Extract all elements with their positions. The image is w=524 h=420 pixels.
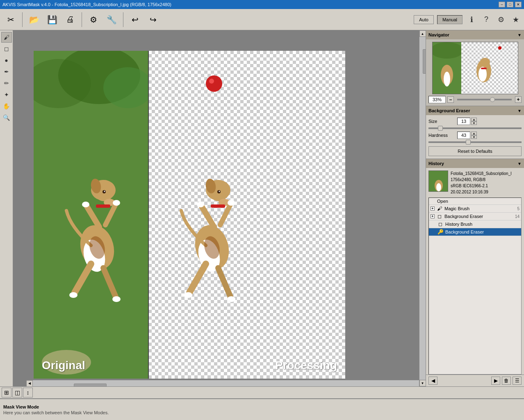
hardness-slider-thumb[interactable] — [466, 140, 471, 145]
svg-point-12 — [104, 191, 105, 192]
size-up-button[interactable]: ▲ — [471, 118, 477, 121]
print-button[interactable]: 🖨 — [62, 11, 78, 28]
history-magic-brush-item[interactable]: + 🖌 Magic Brush 5 — [429, 205, 521, 213]
tool-drop-button[interactable]: ● — [1, 55, 12, 66]
processing-image: Processing — [148, 51, 345, 379]
titlebar-controls: – □ ✕ — [499, 2, 522, 7]
toolbar-sep-3 — [123, 12, 123, 27]
preferences-button[interactable]: ⚙ — [495, 14, 507, 25]
bg-eraser-section: Background Eraser ▼ Size 13 ▲ ▼ — [426, 106, 524, 159]
size-spinner: ▲ ▼ — [471, 118, 477, 125]
tool-zoom-button[interactable]: 🔍 — [1, 112, 12, 123]
vertical-scrollbar[interactable]: ▲ ▼ — [419, 30, 426, 386]
svg-line-41 — [189, 264, 206, 293]
tool-brush-button[interactable]: 🖌 — [1, 32, 12, 43]
scissors-icon: ✂ — [7, 15, 14, 25]
history-arrow: ▼ — [517, 161, 522, 166]
save-button[interactable]: 💾 — [44, 11, 60, 28]
tool-pen-button[interactable]: ✏ — [1, 78, 12, 89]
navigator-zoom-out-button[interactable]: – — [447, 96, 454, 103]
original-dog-svg — [34, 51, 148, 379]
undo-button[interactable]: ↩ — [127, 11, 143, 28]
history-open-item[interactable]: Open — [429, 198, 521, 205]
mode-icon-3[interactable]: ↕ — [23, 388, 33, 397]
scissors-button[interactable]: ✂ — [2, 11, 19, 28]
magic-brush-toggle[interactable]: + — [431, 207, 435, 211]
history-info: Fotolia_15268418_Subscription_l 1756x248… — [451, 170, 511, 195]
history-thumbnail — [428, 170, 448, 192]
history-fileinfo2: sRGB IEC61966-2.1 — [451, 183, 511, 189]
auto-mode-button[interactable]: Auto — [414, 15, 434, 24]
minimize-button[interactable]: – — [499, 2, 505, 7]
toolbar-right: Auto Manual ℹ ? ⚙ ★ — [414, 14, 522, 25]
history-bg-eraser-item[interactable]: + ◻ Background Eraser 14 — [429, 213, 521, 220]
h-scroll-thumb[interactable] — [74, 384, 107, 387]
tool-move-button[interactable]: ✋ — [1, 101, 12, 111]
reset-defaults-button[interactable]: Reset to Defaults — [428, 146, 522, 156]
tool-magic-button[interactable]: ✦ — [1, 89, 12, 100]
horizontal-scrollbar[interactable]: ◀ ▶ — [26, 380, 426, 386]
history-history-brush-item[interactable]: ◻ History Brush — [429, 220, 521, 228]
size-label: Size — [428, 119, 457, 124]
canvas-area[interactable]: Original — [13, 30, 426, 386]
bottom-mode-bar: ⊞ ◫ ↕ — [0, 386, 524, 399]
v-scroll-thumb[interactable] — [423, 49, 426, 74]
navigator-zoom-in-button[interactable]: + — [515, 96, 522, 103]
bg-eraser-toggle[interactable]: + — [431, 214, 435, 218]
nav-zoom-row: 33% – + — [428, 96, 522, 103]
settings2-button[interactable]: 🔧 — [103, 11, 120, 28]
svg-point-17 — [82, 202, 89, 207]
print-icon: 🖨 — [66, 15, 74, 24]
size-slider-track[interactable] — [428, 127, 522, 129]
open-button[interactable]: 📂 — [26, 11, 42, 28]
navigator-zoom-thumb[interactable] — [490, 97, 495, 102]
scroll-up-arrow[interactable]: ▲ — [419, 30, 426, 37]
history-play-button[interactable]: ▶ — [491, 377, 500, 385]
hardness-up-button[interactable]: ▲ — [471, 132, 477, 135]
navigator-header[interactable]: Navigator ▼ — [426, 30, 524, 39]
canvas-divider[interactable] — [148, 51, 149, 379]
history-section: History ▼ Fotolia_15268418_Subscription_… — [426, 159, 524, 386]
manual-mode-button[interactable]: Manual — [437, 15, 462, 24]
scroll-left-arrow[interactable]: ◀ — [26, 380, 33, 387]
tool-eraser-button[interactable]: ◻ — [1, 43, 12, 54]
hardness-down-button[interactable]: ▼ — [471, 135, 477, 139]
help-button[interactable]: ? — [481, 14, 492, 25]
hardness-slider-row — [428, 141, 522, 143]
bg-eraser2-icon: 🔑 — [437, 229, 444, 235]
svg-rect-36 — [211, 204, 225, 208]
svg-point-47 — [433, 42, 461, 59]
history-filedate: 20.02.2012 10:16:39 — [451, 189, 511, 195]
tool-eyedropper-button[interactable]: ✒ — [1, 66, 12, 77]
mode-icon-2[interactable]: ◫ — [12, 388, 22, 397]
size-down-button[interactable]: ▼ — [471, 121, 477, 125]
size-value[interactable]: 13 — [457, 118, 470, 125]
maximize-button[interactable]: □ — [507, 2, 513, 7]
bg-eraser-header[interactable]: Background Eraser ▼ — [426, 106, 524, 115]
navigator-arrow: ▼ — [517, 33, 522, 37]
nav-processed-svg — [461, 42, 502, 94]
svg-point-52 — [480, 58, 490, 66]
star-button[interactable]: ★ — [510, 14, 522, 25]
navigator-zoom-value[interactable]: 33% — [428, 96, 446, 103]
history-back-button[interactable]: ◀ — [428, 377, 437, 385]
history-delete-button[interactable]: 🗑 — [502, 377, 511, 385]
hardness-value[interactable]: 43 — [457, 132, 470, 139]
redo-button[interactable]: ↪ — [145, 11, 161, 28]
close-button[interactable]: ✕ — [515, 2, 522, 7]
magic-brush-count: 5 — [517, 207, 519, 211]
history-bg-eraser2-item[interactable]: 🔑 Background Eraser — [429, 228, 521, 236]
navigator-zoom-slider[interactable] — [457, 99, 512, 100]
history-list-button[interactable]: ☰ — [513, 377, 522, 385]
info-button[interactable]: ℹ — [466, 14, 477, 25]
main-area: 🖌 ◻ ● ✒ ✏ ✦ ✋ 🔍 — [0, 30, 524, 386]
settings1-button[interactable]: ⚙ — [85, 11, 102, 28]
history-controls: ◀ ▶ 🗑 ☰ — [426, 375, 524, 386]
history-header[interactable]: History ▼ — [426, 159, 524, 168]
mode-icon-1[interactable]: ⊞ — [2, 388, 11, 397]
hardness-slider-track[interactable] — [428, 141, 522, 143]
titlebar-title: AKVIS SmartMask v.4.0 - Fotolia_15268418… — [2, 2, 171, 7]
original-label: Original — [42, 359, 85, 372]
scroll-down-arrow[interactable]: ▼ — [419, 380, 426, 386]
size-slider-thumb[interactable] — [438, 126, 443, 131]
